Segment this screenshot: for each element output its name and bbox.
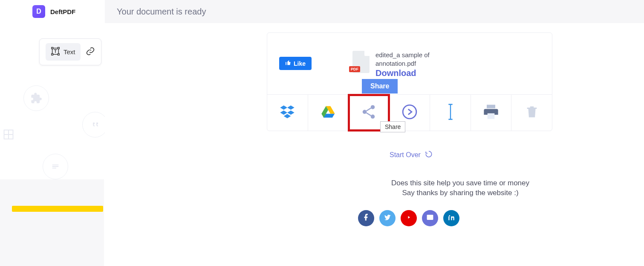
- twitter-icon: [384, 213, 391, 223]
- dropbox-icon: [279, 103, 296, 122]
- card-top: Like PDF edited_a sample of annotation.p…: [267, 33, 552, 94]
- linkedin-icon: [448, 213, 455, 223]
- prompt-line2: Say thanks by sharing the website :): [331, 188, 590, 198]
- social-twitter[interactable]: [379, 210, 396, 226]
- youtube-icon: [405, 213, 413, 223]
- share-tooltip: Share: [380, 121, 405, 132]
- action-row: [267, 94, 552, 131]
- action-dropbox[interactable]: [267, 95, 308, 131]
- prompt-line1: Does this site help you save time or mon…: [331, 178, 590, 188]
- refresh-icon: [425, 150, 433, 160]
- social-linkedin[interactable]: [443, 210, 459, 226]
- quote-icon[interactable]: [82, 112, 108, 137]
- social-email[interactable]: [422, 210, 438, 226]
- social-row: [358, 210, 459, 226]
- pdf-badge: PDF: [349, 66, 360, 72]
- action-edit[interactable]: [430, 95, 471, 131]
- facebook-icon: [362, 213, 370, 223]
- start-over-label: Start Over: [390, 151, 421, 159]
- file-name-line2: annotation.pdf: [375, 59, 430, 68]
- table-icon[interactable]: [0, 124, 17, 145]
- brand[interactable]: D DeftPDF: [32, 5, 75, 18]
- puzzle-icon[interactable]: [23, 85, 49, 111]
- text-tool-label: Text: [64, 48, 75, 56]
- action-google-drive[interactable]: [308, 95, 349, 131]
- file-info: edited_a sample of annotation.pdf Downlo…: [375, 51, 430, 79]
- text-tool-card: Text: [39, 38, 101, 65]
- pdf-file-icon: PDF: [352, 51, 370, 73]
- page-title-bar: Your document is ready: [105, 0, 644, 23]
- sidebar: D DeftPDF Text: [0, 0, 105, 266]
- social-youtube[interactable]: [401, 210, 417, 226]
- printer-icon: [482, 103, 500, 122]
- file-name-line1: edited_a sample of: [375, 51, 430, 59]
- bottom-panel: [0, 179, 104, 266]
- highlight-bar: [12, 206, 103, 212]
- svg-point-8: [371, 114, 375, 119]
- email-icon: [426, 213, 434, 223]
- svg-point-6: [363, 110, 367, 114]
- share-icon: [361, 104, 377, 122]
- google-drive-icon: [321, 104, 336, 121]
- result-card: Like PDF edited_a sample of annotation.p…: [267, 32, 552, 131]
- brand-name: DeftPDF: [50, 8, 75, 15]
- link-icon[interactable]: [86, 47, 95, 58]
- lines-icon[interactable]: [43, 154, 68, 179]
- prompt-text: Does this site help you save time or mon…: [331, 178, 590, 198]
- action-delete[interactable]: [511, 95, 552, 131]
- text-frame-icon: [51, 47, 60, 57]
- svg-rect-2: [58, 47, 60, 49]
- svg-rect-4: [58, 54, 60, 56]
- main: Your document is ready Like PDF edited_a…: [105, 0, 644, 266]
- action-print[interactable]: [471, 95, 512, 131]
- trash-icon: [525, 105, 539, 121]
- svg-point-7: [371, 105, 375, 109]
- file-block: PDF edited_a sample of annotation.pdf Do…: [352, 51, 430, 79]
- download-link[interactable]: Download: [375, 67, 430, 79]
- like-button[interactable]: Like: [279, 57, 312, 70]
- text-tool-button[interactable]: Text: [46, 43, 81, 61]
- svg-rect-1: [52, 47, 53, 49]
- start-over-link[interactable]: Start Over: [390, 150, 433, 160]
- text-cursor-icon: [444, 103, 457, 123]
- arrow-circle-icon: [401, 104, 418, 122]
- svg-point-9: [403, 105, 416, 119]
- brand-logo-icon: D: [32, 5, 45, 18]
- thumbs-up-icon: [285, 60, 291, 67]
- like-label: Like: [294, 60, 306, 67]
- svg-rect-3: [52, 54, 53, 56]
- page-title: Your document is ready: [117, 7, 206, 17]
- share-button[interactable]: Share: [362, 79, 398, 94]
- social-facebook[interactable]: [358, 210, 374, 226]
